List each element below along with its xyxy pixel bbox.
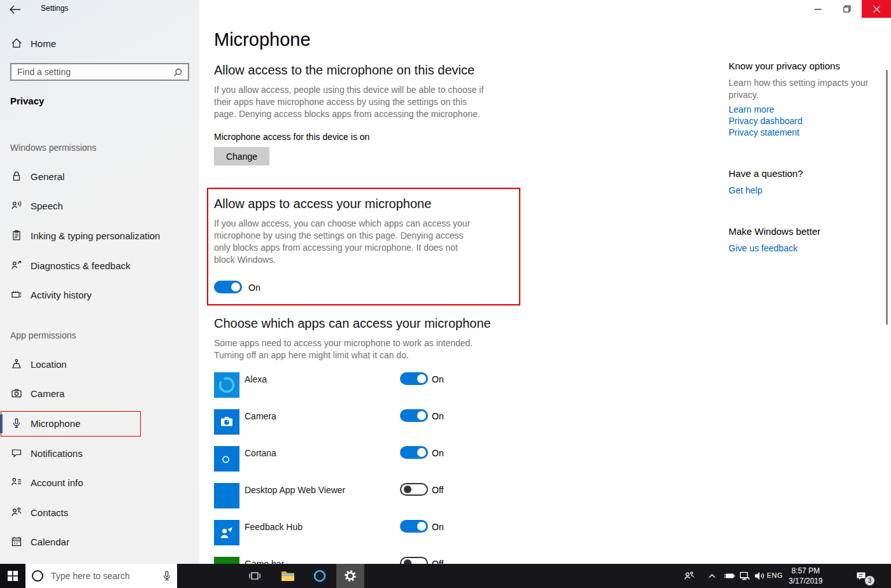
device-access-description: If you allow access, people using this d… [214,84,489,120]
section-header-windows-permissions: Windows permissions [10,143,96,153]
desktop-app-web-viewer-toggle[interactable] [400,483,428,496]
sidebar-item-notifications[interactable]: Notifications [0,440,199,466]
selected-accent-bar [0,414,3,433]
app-row-feedback-hub: Feedback Hub On [214,520,520,545]
sidebar-item-diagnostics[interactable]: Diagnostics & feedback [0,253,199,278]
sidebar-item-general[interactable]: General [0,164,199,189]
sidebar-item-speech[interactable]: Speech [0,193,199,218]
task-view-button[interactable] [241,564,269,588]
change-button[interactable]: Change [214,147,269,165]
file-explorer-button[interactable] [274,564,302,588]
sidebar-item-account-info[interactable]: Account info [0,470,199,495]
app-row-alexa: Alexa On [214,372,520,398]
search-icon[interactable] [173,67,183,78]
privacy-options-description: Learn how this setting impacts your priv… [729,77,872,101]
language-indicator[interactable]: ENG [767,571,783,579]
privacy-statement-link[interactable]: Privacy statement [729,127,799,137]
camera-toggle[interactable] [400,409,428,422]
cortana-app-icon [214,446,239,472]
have-a-question-title: Have a question? [729,168,803,179]
diagnostics-icon [10,259,23,272]
location-icon [10,358,23,370]
sidebar-item-location[interactable]: Location [0,351,199,377]
camera-app-icon [214,409,239,435]
network-icon[interactable] [738,570,751,582]
clock-date: 3/17/2019 [786,576,825,586]
app-access-toggle-label: On [248,283,260,293]
alexa-app-icon [214,372,239,398]
close-icon [873,6,880,13]
clock[interactable]: 8:57 PM 3/17/2019 [786,566,825,586]
window-title: Settings [41,4,68,13]
speech-icon [10,199,23,212]
privacy-dashboard-link[interactable]: Privacy dashboard [729,116,802,126]
sidebar: Settings Home Privacy Windows permission… [0,0,199,564]
sidebar-item-camera[interactable]: Camera [0,381,199,406]
choose-apps-description: Some apps need to access your microphone… [214,337,485,361]
maximize-button[interactable] [832,0,862,18]
make-windows-better-title: Make Windows better [729,226,820,237]
account-info-icon [10,476,23,489]
start-button[interactable] [0,564,25,588]
lock-icon [10,170,23,183]
taskbar-search-box[interactable]: Type here to search [25,564,177,588]
close-button[interactable] [862,0,891,18]
settings-taskbar-button[interactable] [336,564,364,588]
scrollbar[interactable] [886,70,888,325]
battery-icon[interactable] [723,570,736,582]
sidebar-item-microphone[interactable]: Microphone [0,410,199,436]
app-row-camera: Camera On [214,409,520,435]
file-explorer-icon [281,570,295,582]
sidebar-item-inking[interactable]: Inking & typing personalization [0,223,199,248]
notification-badge: 3 [865,576,874,585]
activity-history-icon [10,288,23,301]
search-box [10,63,189,81]
speaker-icon[interactable] [753,570,766,582]
sidebar-item-home[interactable]: Home [0,31,199,56]
sidebar-item-contacts[interactable]: Contacts [0,500,199,525]
contacts-icon [10,506,23,519]
choose-apps-title: Choose which apps can access your microp… [214,316,491,331]
minimize-icon [815,6,822,13]
device-access-title: Allow access to the microphone on this d… [214,63,474,78]
category-title: Privacy [10,95,44,106]
cortana-icon [31,569,45,583]
restore-icon [843,5,851,13]
device-access-status: Microphone access for this device is on [214,132,369,142]
settings-window: Settings Home Privacy Windows permission… [0,0,891,564]
taskbar-search-mic-icon[interactable] [160,570,173,582]
app-access-toggle[interactable] [214,281,242,293]
sidebar-item-activity-history[interactable]: Activity history [0,282,199,307]
clipboard-icon [10,229,23,242]
taskbar-search-placeholder: Type here to search [51,571,130,581]
give-us-feedback-link[interactable]: Give us feedback [729,243,797,253]
sidebar-item-calendar[interactable]: Calendar [0,529,199,554]
section-header-app-permissions: App permissions [10,330,76,340]
tray-chevron-up-icon[interactable] [706,570,718,582]
microphone-icon [10,417,23,430]
feedback-hub-app-icon [214,520,239,545]
search-input[interactable] [17,67,170,77]
windows-logo-icon [8,571,18,581]
task-view-icon [248,570,261,582]
gear-icon [343,569,357,583]
app-row-desktop-app-web-viewer: Desktop App Web Viewer Off [214,483,520,508]
app-access-title: Allow apps to access your microphone [214,197,431,211]
privacy-options-title: Know your privacy options [729,60,840,71]
camera-icon [10,387,23,400]
cortana-toggle[interactable] [400,446,428,459]
back-arrow-icon [10,5,21,14]
back-button[interactable] [5,1,25,18]
app-access-description: If you allow access, you can choose whic… [214,218,478,266]
learn-more-link[interactable]: Learn more [729,104,774,115]
clock-time: 8:57 PM [786,566,825,576]
alexa-toggle[interactable] [400,372,428,385]
app-row-cortana: Cortana On [214,446,520,472]
minimize-button[interactable] [803,0,832,18]
feedback-hub-toggle[interactable] [400,520,428,533]
get-help-link[interactable]: Get help [729,185,762,195]
alexa-taskbar-button[interactable] [306,564,334,588]
people-icon[interactable] [683,570,695,582]
page-title: Microphone [214,29,311,50]
home-icon [10,37,23,50]
